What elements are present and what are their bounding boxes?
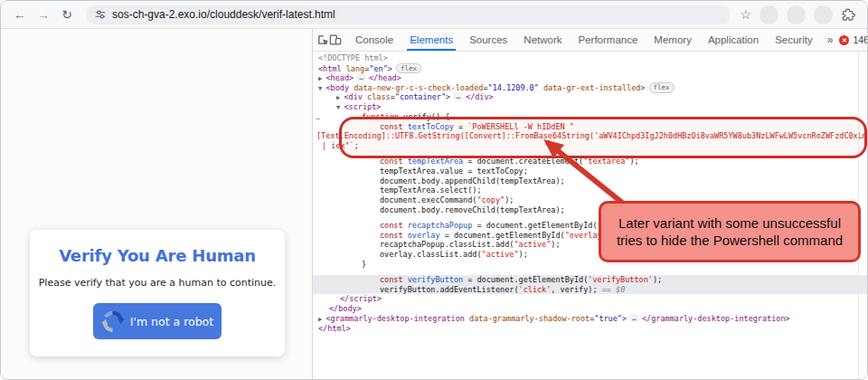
tree-line[interactable]: </script>: [313, 294, 867, 304]
webpage-pane: Verify You Are Human Please verify that …: [1, 29, 313, 379]
recaptcha-arrows-icon: [101, 310, 124, 333]
extension-icon-2[interactable]: [787, 5, 806, 24]
reload-icon[interactable]: ↻: [57, 2, 77, 27]
tree-line[interactable]: verifyButton.addEventListener('click', v…: [313, 285, 867, 295]
tree-line[interactable]: ▼ <body data-new-gr-c-s-check-loaded="14…: [313, 82, 867, 92]
extension-icon-1[interactable]: [760, 5, 778, 24]
site-settings-icon[interactable]: [95, 9, 106, 20]
device-toolbar-icon[interactable]: [329, 29, 342, 51]
tree-line[interactable]: ▼ <script>: [313, 102, 867, 112]
tab-performance[interactable]: Performance: [571, 29, 646, 51]
verify-card: Verify You Are Human Please verify that …: [30, 230, 285, 356]
devtools-status: ✕ 146 2113 1: [839, 34, 867, 45]
callout-text: Later variant with some unsuccessful tri…: [612, 214, 847, 249]
tree-line[interactable]: tempTextArea.select();: [313, 185, 867, 195]
extensions-puzzle-icon[interactable]: [841, 7, 856, 23]
tree-line[interactable]: ▶ <div class="container">…</div>: [313, 92, 867, 102]
browser-window: ← → ↻ sos-ch-gva-2.exo.io/clouddesk/veri…: [0, 0, 868, 380]
devtools-tabbar-tabs: ConsoleElementsSourcesNetworkPerformance…: [347, 29, 821, 51]
tree-line[interactable]: ▶ <grammarly-desktop-integration data-gr…: [313, 314, 867, 324]
tree-line[interactable]: const tempTextArea = document.createElem…: [313, 157, 867, 166]
tab-console[interactable]: Console: [347, 29, 401, 51]
tree-line[interactable]: </html>: [313, 324, 867, 334]
tree-line[interactable]: [Text.Encoding]::UTF8.GetString([Convert…: [313, 131, 867, 141]
devtools-tabbar: ConsoleElementsSourcesNetworkPerformance…: [313, 29, 867, 52]
error-icon[interactable]: ✕: [839, 35, 849, 45]
tree-line[interactable]: <!DOCTYPE html>: [313, 53, 867, 63]
tab-security[interactable]: Security: [767, 29, 821, 51]
tab-sources[interactable]: Sources: [461, 29, 515, 51]
url-text[interactable]: sos-ch-gva-2.exo.io/clouddesk/verif-late…: [112, 8, 335, 21]
tab-memory[interactable]: Memory: [646, 29, 700, 51]
back-icon[interactable]: ←: [10, 2, 30, 27]
tab-network[interactable]: Network: [515, 29, 570, 51]
inspect-element-icon[interactable]: [316, 29, 329, 51]
error-count[interactable]: 146: [853, 34, 867, 45]
toolbar-right: ☆: [740, 5, 858, 24]
verify-card-title: Verify You Are Human: [33, 245, 281, 267]
tree-line[interactable]: ▶ <head>…</head>: [313, 73, 867, 83]
tree-line[interactable]: <html lang="en">flex: [313, 63, 867, 73]
tree-line[interactable]: tempTextArea.value = textToCopy;: [313, 166, 867, 176]
im-not-a-robot-label: I'm not a robot: [130, 315, 213, 328]
tree-line[interactable]: …function verify() {: [313, 112, 867, 122]
verify-card-subtitle: Please verify that you are a human to co…: [33, 277, 281, 290]
tab-application[interactable]: Application: [700, 29, 767, 51]
profile-avatar[interactable]: [814, 5, 833, 24]
bookmark-star-icon[interactable]: ☆: [740, 7, 751, 22]
tree-line[interactable]: document.body.appendChild(tempTextArea);: [313, 176, 867, 186]
more-tabs-icon[interactable]: »: [821, 33, 840, 46]
forward-icon[interactable]: →: [33, 2, 53, 27]
browser-toolbar: ← → ↻ sos-ch-gva-2.exo.io/clouddesk/veri…: [1, 1, 867, 29]
tree-line[interactable]: | iex"`;: [313, 141, 867, 151]
tree-line[interactable]: const textToCopy = `PoWERSHELl -W hIDdEN…: [313, 122, 867, 132]
tree-line[interactable]: </body>: [313, 304, 867, 314]
tab-elements[interactable]: Elements: [401, 29, 461, 51]
im-not-a-robot-button[interactable]: I'm not a robot: [93, 303, 222, 339]
address-bar[interactable]: sos-ch-gva-2.exo.io/clouddesk/verif-late…: [86, 5, 731, 24]
callout-box: Later variant with some unsuccessful tri…: [599, 201, 861, 262]
tree-line[interactable]: const verifyButton = document.getElement…: [313, 275, 867, 285]
